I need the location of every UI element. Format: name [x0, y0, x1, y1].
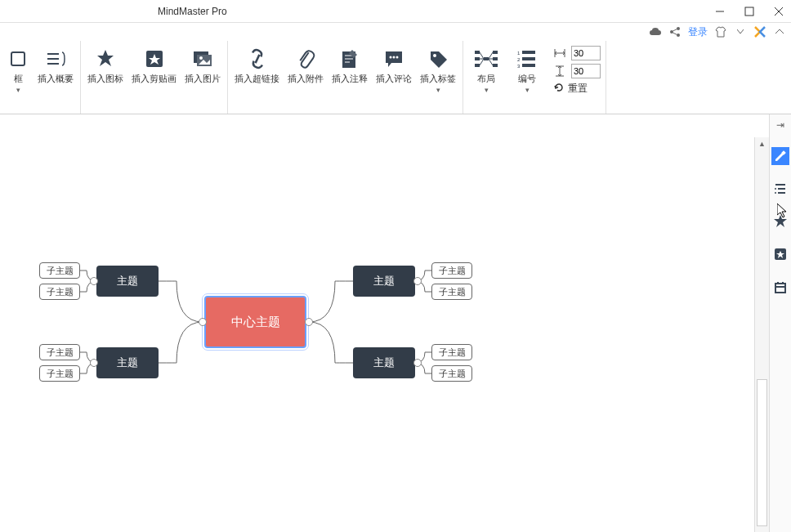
- svg-line-36: [489, 52, 493, 59]
- comment-icon: [382, 47, 405, 70]
- svg-rect-28: [475, 64, 480, 67]
- subtopic-node[interactable]: 子主题: [39, 344, 80, 360]
- account-row: 登录: [0, 23, 791, 41]
- svg-point-22: [390, 56, 392, 59]
- frame-icon: [7, 47, 29, 70]
- svg-rect-9: [11, 52, 25, 65]
- numbering-button[interactable]: 123 编号 ▾: [509, 46, 545, 96]
- topic-node[interactable]: 主题: [96, 266, 159, 297]
- insert-hyperlink-button[interactable]: 插入超链接: [233, 46, 281, 86]
- insert-picture-button[interactable]: 插入图片: [183, 46, 222, 86]
- clipart-panel-button[interactable]: [771, 245, 789, 263]
- outline-panel-button[interactable]: [771, 180, 789, 198]
- format-panel-button[interactable]: [771, 147, 789, 165]
- maximize-button[interactable]: [744, 6, 755, 17]
- picture-icon: [191, 47, 214, 70]
- svg-point-25: [433, 54, 436, 57]
- chevron-down-icon[interactable]: [734, 25, 747, 38]
- icon-panel-button[interactable]: [771, 212, 789, 230]
- app-title: MindMaster Pro: [158, 6, 227, 17]
- vertical-spacing-input[interactable]: [571, 64, 601, 78]
- chevron-down-icon: ▾: [16, 86, 20, 94]
- ribbon-group-outline: 框 ▾ 插入概要: [0, 41, 81, 114]
- paperclip-icon: [294, 47, 317, 70]
- chevron-down-icon: ▾: [485, 86, 489, 94]
- layout-icon: [475, 47, 498, 70]
- subtopic-node[interactable]: 子主题: [39, 262, 80, 279]
- subtopic-node[interactable]: 子主题: [39, 365, 80, 382]
- titlebar: MindMaster Pro: [0, 0, 791, 23]
- note-icon: [338, 47, 361, 70]
- reset-icon: [553, 82, 565, 96]
- summary-icon: [44, 47, 67, 70]
- svg-rect-29: [484, 57, 489, 60]
- svg-point-23: [393, 56, 396, 59]
- svg-rect-30: [493, 51, 498, 54]
- vertical-spacing-icon: [553, 65, 566, 77]
- scroll-up-icon[interactable]: ▲: [755, 137, 769, 150]
- subtopic-node[interactable]: 子主题: [39, 284, 80, 300]
- share-icon[interactable]: [668, 25, 682, 38]
- insert-tag-button[interactable]: 插入标签 ▾: [418, 46, 458, 96]
- insert-comment-button[interactable]: 插入评论: [374, 46, 413, 86]
- connector-wires: [0, 114, 754, 532]
- svg-rect-31: [493, 57, 498, 60]
- horizontal-spacing-input[interactable]: [571, 46, 601, 60]
- svg-rect-44: [522, 64, 535, 67]
- subtopic-node[interactable]: 子主题: [431, 365, 472, 382]
- connector-dot[interactable]: [413, 359, 422, 367]
- svg-point-56: [775, 192, 776, 194]
- insert-summary-button[interactable]: 插入概要: [36, 46, 75, 86]
- subtopic-node[interactable]: 子主题: [431, 344, 472, 360]
- topic-node[interactable]: 主题: [353, 347, 415, 378]
- svg-point-6: [677, 34, 680, 37]
- insert-attachment-button[interactable]: 插入附件: [286, 46, 325, 86]
- connector-dot[interactable]: [199, 318, 207, 326]
- ribbon-group-layout: 布局 ▾ 123 编号 ▾ 重置: [463, 41, 606, 114]
- connector-dot[interactable]: [90, 277, 98, 285]
- collapse-icon[interactable]: [773, 25, 786, 38]
- ribbon-group-insert-items: 插入超链接 插入附件 插入注释 插入评论 插入标签 ▾: [228, 41, 463, 114]
- pin-icon[interactable]: ⇥: [776, 119, 784, 132]
- horizontal-spacing-icon: [553, 47, 566, 59]
- app-logo-icon[interactable]: [753, 25, 766, 38]
- connector-dot[interactable]: [90, 359, 98, 367]
- svg-rect-59: [775, 284, 785, 293]
- topic-node[interactable]: 主题: [96, 347, 159, 378]
- svg-rect-1: [745, 7, 753, 16]
- svg-line-8: [673, 33, 677, 35]
- subtopic-node[interactable]: 子主题: [431, 284, 472, 300]
- svg-text:3: 3: [517, 64, 521, 69]
- vertical-scrollbar[interactable]: ▲: [754, 137, 769, 532]
- svg-line-35: [480, 59, 484, 65]
- minimize-button[interactable]: [714, 6, 726, 17]
- scrollbar-thumb[interactable]: [757, 379, 767, 526]
- layout-button[interactable]: 布局 ▾: [468, 46, 504, 96]
- connector-dot[interactable]: [413, 277, 422, 285]
- topic-node[interactable]: 主题: [353, 266, 415, 297]
- svg-rect-32: [493, 64, 498, 67]
- cloud-icon[interactable]: [649, 25, 662, 38]
- ribbon: 框 ▾ 插入概要 插入图标 插入剪贴画 插入图片 插入超链接 插入附件: [0, 41, 791, 114]
- ribbon-group-insert-media: 插入图标 插入剪贴画 插入图片: [81, 41, 228, 114]
- task-panel-button[interactable]: [771, 278, 789, 296]
- reset-button[interactable]: 重置: [553, 82, 601, 96]
- link-icon: [246, 47, 269, 70]
- chevron-down-icon: ▾: [436, 86, 440, 94]
- svg-rect-40: [522, 51, 535, 54]
- svg-text:2: 2: [517, 57, 521, 62]
- subtopic-node[interactable]: 子主题: [431, 262, 472, 279]
- insert-icon-button[interactable]: 插入图标: [86, 46, 125, 86]
- insert-clipart-button[interactable]: 插入剪贴画: [130, 46, 178, 86]
- frame-button[interactable]: 框 ▾: [5, 46, 31, 96]
- tshirt-icon[interactable]: [714, 25, 727, 38]
- close-button[interactable]: [773, 6, 784, 17]
- tag-icon: [427, 47, 449, 70]
- login-link[interactable]: 登录: [688, 25, 708, 39]
- svg-point-24: [396, 56, 399, 59]
- center-topic-node[interactable]: 中心主题: [204, 296, 306, 348]
- canvas-area[interactable]: 中心主题 主题 主题 主题 主题 子主题 子主题 子主题 子主题 子主题 子主题…: [0, 114, 754, 532]
- insert-note-button[interactable]: 插入注释: [330, 46, 369, 86]
- svg-rect-26: [475, 51, 480, 54]
- connector-dot[interactable]: [305, 318, 313, 326]
